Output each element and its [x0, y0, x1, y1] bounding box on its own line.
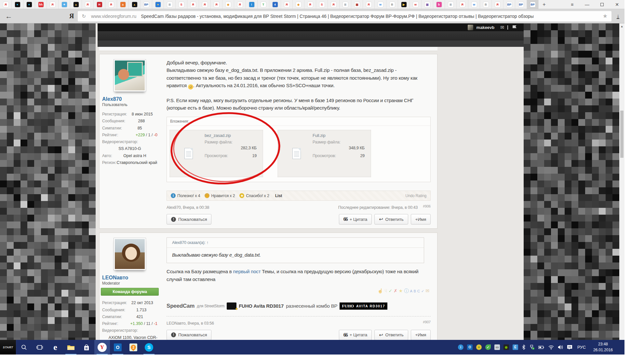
name-button[interactable]: +Имя	[411, 330, 431, 340]
back-button[interactable]: ←	[5, 12, 12, 20]
browser-tab[interactable]: i	[246, 0, 258, 9]
taskbar-clock[interactable]: 23:48 26.01.2016	[593, 342, 613, 353]
browser-tab[interactable]: 4	[269, 0, 281, 9]
browser-tab[interactable]: Я	[492, 0, 503, 9]
spelling-icon[interactable]: ABC✓	[410, 289, 425, 293]
browser-tab[interactable]: Я	[199, 0, 211, 9]
attachment-tile[interactable]: Full.zip Размер файла: 348,9 КБ Просмотр…	[277, 130, 371, 177]
inbox-envelope-icon[interactable]: ✉	[500, 25, 504, 30]
browser-tab[interactable]: BP	[141, 0, 152, 9]
disagree-x-icon[interactable]: ✗	[394, 288, 399, 293]
page-url[interactable]: www.videoregforum.ru	[91, 14, 136, 19]
downloads-icon[interactable]: ↓	[617, 14, 619, 19]
account-avatar[interactable]	[468, 25, 473, 30]
windows-store-button[interactable]	[79, 340, 94, 355]
browser-tab[interactable]: ●	[23, 0, 35, 9]
browser-tab[interactable]: S	[316, 0, 328, 9]
post-number[interactable]: #906	[423, 204, 431, 208]
touchpad-icon[interactable]: ▭	[494, 344, 500, 350]
browser-tab[interactable]: Я	[187, 0, 199, 9]
browser-tab[interactable]: Я	[105, 0, 117, 9]
name-button[interactable]: +Имя	[411, 214, 431, 224]
browser-tab[interactable]: Я	[328, 0, 340, 9]
browser-tab[interactable]: ▲	[129, 0, 141, 9]
report-button[interactable]: !Пожаловаться	[167, 330, 211, 340]
browser-tab[interactable]: T	[258, 0, 269, 9]
hidden-icons-button[interactable]: i	[458, 344, 463, 350]
yandex-logo[interactable]: Я	[69, 12, 74, 20]
bluetooth-icon[interactable]	[522, 344, 526, 350]
browser-tab[interactable]: ◆	[222, 0, 234, 9]
avatar[interactable]	[114, 59, 146, 92]
outlook-button[interactable]: O	[110, 340, 126, 355]
browser-tab[interactable]: B	[480, 0, 492, 9]
browser-tab[interactable]: ▲	[70, 0, 82, 9]
green-check-icon[interactable]: ✓	[485, 344, 491, 350]
report-button[interactable]: !Пожаловаться	[167, 214, 211, 224]
nvidia-icon[interactable]: ◉	[503, 344, 509, 350]
alerts-flag-icon[interactable]	[507, 25, 517, 30]
quote-button[interactable]: 66+ Цитата	[339, 330, 372, 340]
browser-tab[interactable]: Я	[304, 0, 316, 9]
window-minimize-button[interactable]: —	[580, 0, 595, 9]
new-tab-button[interactable]: +	[539, 0, 550, 9]
attachment-filename[interactable]: Full.zip	[313, 133, 367, 138]
rating-list-link[interactable]: List	[275, 194, 282, 198]
taskbar-search-button[interactable]	[16, 340, 32, 355]
wifi-icon[interactable]	[548, 345, 554, 350]
page-scrollbar[interactable]: ▲	[619, 23, 624, 340]
browser-tab[interactable]: H	[94, 0, 105, 9]
avatar[interactable]	[114, 238, 146, 270]
browser-tab[interactable]: ●	[12, 0, 23, 9]
scrollbar-thumb[interactable]	[620, 111, 624, 158]
quote-button[interactable]: 66+ Цитата	[339, 214, 372, 224]
url-box[interactable]: ↻ www.videoregforum.ru SpeedCam /базы ра…	[78, 11, 611, 21]
browser-tab[interactable]: ✦	[59, 0, 70, 9]
browser-tab[interactable]: B	[386, 0, 398, 9]
browser-tab[interactable]: ◆	[293, 0, 304, 9]
antivirus-icon[interactable]: +	[476, 344, 482, 350]
skype-button[interactable]: S	[141, 340, 157, 355]
task-view-button[interactable]	[32, 340, 47, 355]
browser-tab[interactable]: ▣	[351, 0, 363, 9]
browser-tab[interactable]: BP	[503, 0, 515, 9]
browser-tab[interactable]: BP	[527, 0, 539, 9]
signature-speedcam-link[interactable]: SpeedCam	[167, 303, 195, 309]
window-restore-button[interactable]	[595, 0, 610, 9]
start-button[interactable]: START	[0, 340, 16, 355]
browser-tab[interactable]: w	[410, 0, 422, 9]
post-number[interactable]: #907	[423, 320, 431, 324]
action-center-icon[interactable]	[567, 345, 572, 350]
translator-icon[interactable]: Ё	[513, 344, 518, 350]
browser-tab[interactable]: ▣	[422, 0, 433, 9]
scrollbar-up-arrow[interactable]: ▲	[619, 23, 624, 28]
thumb-down-icon[interactable]: ☟	[384, 288, 389, 293]
browser-menu-button[interactable]: ≡	[565, 0, 580, 9]
browser-tab[interactable]: ≣	[445, 0, 457, 9]
browser-tab[interactable]: BP	[515, 0, 527, 9]
browser-tab[interactable]: ▶	[398, 0, 410, 9]
browser-tab[interactable]: Я	[0, 0, 12, 9]
attachment-tile[interactable]: bez_zasad.zip Размер файла: 282,3 КБ Про…	[169, 130, 263, 177]
first-post-link[interactable]: первый пост	[233, 269, 261, 274]
quote-jump-arrow[interactable]: ↑	[207, 240, 208, 245]
language-indicator[interactable]: РУС	[577, 345, 586, 350]
browser-tab[interactable]: S	[176, 0, 187, 9]
browser-tab[interactable]: w	[375, 0, 386, 9]
browser-tab[interactable]: Я	[47, 0, 59, 9]
browser-tab[interactable]: b	[433, 0, 445, 9]
quote-attribution[interactable]: Alex870 сказал(а): ↑	[167, 238, 424, 248]
moderator-rating-icons[interactable]: ☝☟✓✗★ⓘABC✓✉	[167, 288, 431, 294]
browser-tab[interactable]: Я	[234, 0, 246, 9]
battery-icon[interactable]	[538, 344, 544, 350]
post-author-date[interactable]: Alex870, Вчера, в 00:38	[167, 205, 209, 210]
volume-icon[interactable]	[558, 345, 563, 350]
browser-tab[interactable]: ●	[152, 0, 164, 9]
post-author-date[interactable]: LEONавто, Вчера, в 03:56	[167, 321, 214, 326]
refresh-icon[interactable]: ↻	[82, 13, 86, 19]
award-star-icon[interactable]: ★	[399, 288, 404, 293]
browser-tab[interactable]: Я	[82, 0, 94, 9]
browser-tab[interactable]: w	[468, 0, 480, 9]
box-icon[interactable]: ✉	[425, 288, 431, 293]
browser-tab[interactable]: ≣	[164, 0, 176, 9]
